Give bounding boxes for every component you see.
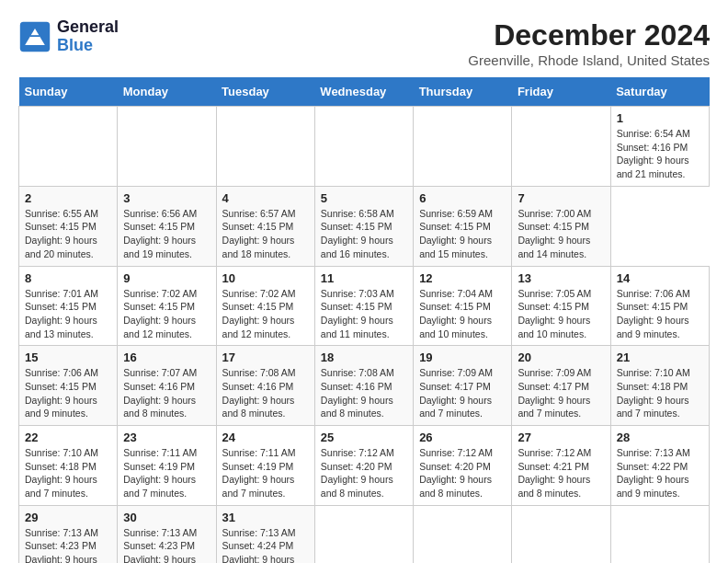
calendar-cell	[414, 107, 512, 187]
day-number: 20	[518, 350, 604, 364]
day-detail: Sunrise: 7:02 AMSunset: 4:15 PMDaylight:…	[123, 288, 197, 339]
calendar-cell: 2 Sunrise: 6:55 AMSunset: 4:15 PMDayligh…	[19, 186, 118, 266]
calendar-cell	[314, 505, 413, 563]
calendar-week-3: 15 Sunrise: 7:06 AMSunset: 4:15 PMDaylig…	[19, 346, 710, 426]
col-friday: Friday	[512, 77, 610, 107]
day-number: 26	[419, 431, 506, 444]
col-tuesday: Tuesday	[216, 77, 314, 107]
day-number: 17	[222, 350, 309, 364]
day-number: 25	[321, 431, 407, 444]
day-detail: Sunrise: 7:13 AMSunset: 4:22 PMDaylight:…	[617, 447, 690, 499]
calendar-header: Sunday Monday Tuesday Wednesday Thursday…	[19, 77, 710, 107]
day-detail: Sunrise: 6:55 AMSunset: 4:15 PMDaylight:…	[25, 208, 98, 259]
header: GeneralBlue December 2024 Greenville, Rh…	[18, 18, 710, 68]
day-detail: Sunrise: 7:13 AMSunset: 4:23 PMDaylight:…	[25, 527, 98, 563]
calendar-cell: 23 Sunrise: 7:11 AMSunset: 4:19 PMDaylig…	[118, 426, 216, 506]
calendar-cell: 26 Sunrise: 7:12 AMSunset: 4:20 PMDaylig…	[414, 426, 512, 506]
day-detail: Sunrise: 7:12 AMSunset: 4:20 PMDaylight:…	[321, 447, 394, 499]
calendar-cell: 13 Sunrise: 7:05 AMSunset: 4:15 PMDaylig…	[512, 266, 610, 346]
calendar-cell: 16 Sunrise: 7:07 AMSunset: 4:16 PMDaylig…	[118, 346, 216, 426]
calendar-cell	[512, 505, 610, 563]
day-detail: Sunrise: 7:08 AMSunset: 4:16 PMDaylight:…	[321, 367, 394, 419]
title-block: December 2024 Greenville, Rhode Island, …	[468, 18, 710, 68]
day-detail: Sunrise: 7:06 AMSunset: 4:15 PMDaylight:…	[617, 288, 690, 339]
day-detail: Sunrise: 7:11 AMSunset: 4:19 PMDaylight:…	[123, 447, 197, 499]
calendar-cell: 27 Sunrise: 7:12 AMSunset: 4:21 PMDaylig…	[512, 426, 610, 506]
calendar-cell: 1 Sunrise: 6:54 AMSunset: 4:16 PMDayligh…	[610, 107, 709, 187]
day-number: 9	[123, 271, 210, 285]
calendar-cell: 31 Sunrise: 7:13 AMSunset: 4:24 PMDaylig…	[216, 505, 314, 563]
day-number: 3	[123, 191, 210, 205]
day-detail: Sunrise: 7:13 AMSunset: 4:23 PMDaylight:…	[123, 527, 197, 563]
day-number: 13	[518, 271, 604, 285]
day-number: 7	[518, 191, 604, 205]
col-monday: Monday	[118, 77, 216, 107]
calendar-cell: 15 Sunrise: 7:06 AMSunset: 4:15 PMDaylig…	[19, 346, 118, 426]
day-number: 31	[222, 511, 309, 524]
calendar-cell: 3 Sunrise: 6:56 AMSunset: 4:15 PMDayligh…	[118, 186, 216, 266]
day-detail: Sunrise: 7:03 AMSunset: 4:15 PMDaylight:…	[321, 288, 394, 339]
calendar-cell: 14 Sunrise: 7:06 AMSunset: 4:15 PMDaylig…	[610, 266, 709, 346]
col-saturday: Saturday	[610, 77, 709, 107]
calendar-cell: 30 Sunrise: 7:13 AMSunset: 4:23 PMDaylig…	[118, 505, 216, 563]
day-number: 19	[419, 350, 506, 364]
day-number: 27	[518, 431, 604, 444]
calendar-table: Sunday Monday Tuesday Wednesday Thursday…	[18, 77, 710, 563]
calendar-cell: 5 Sunrise: 6:58 AMSunset: 4:15 PMDayligh…	[314, 186, 413, 266]
logo-icon	[18, 20, 51, 53]
calendar-week-5: 29 Sunrise: 7:13 AMSunset: 4:23 PMDaylig…	[19, 505, 710, 563]
calendar-cell: 28 Sunrise: 7:13 AMSunset: 4:22 PMDaylig…	[610, 426, 709, 506]
calendar-cell: 7 Sunrise: 7:00 AMSunset: 4:15 PMDayligh…	[512, 186, 610, 266]
calendar-cell: 12 Sunrise: 7:04 AMSunset: 4:15 PMDaylig…	[414, 266, 512, 346]
logo: GeneralBlue	[18, 18, 119, 55]
calendar-cell: 22 Sunrise: 7:10 AMSunset: 4:18 PMDaylig…	[19, 426, 118, 506]
calendar-week-1: 2 Sunrise: 6:55 AMSunset: 4:15 PMDayligh…	[19, 186, 710, 266]
col-wednesday: Wednesday	[314, 77, 413, 107]
day-number: 8	[25, 271, 111, 285]
calendar-cell	[118, 107, 216, 187]
calendar-cell: 29 Sunrise: 7:13 AMSunset: 4:23 PMDaylig…	[19, 505, 118, 563]
day-detail: Sunrise: 6:56 AMSunset: 4:15 PMDaylight:…	[123, 208, 197, 259]
day-detail: Sunrise: 7:08 AMSunset: 4:16 PMDaylight:…	[222, 367, 296, 419]
day-detail: Sunrise: 7:11 AMSunset: 4:19 PMDaylight:…	[222, 447, 296, 499]
day-number: 18	[321, 350, 407, 364]
day-detail: Sunrise: 6:54 AMSunset: 4:16 PMDaylight:…	[617, 128, 690, 179]
calendar-cell: 25 Sunrise: 7:12 AMSunset: 4:20 PMDaylig…	[314, 426, 413, 506]
day-number: 4	[222, 191, 309, 205]
day-detail: Sunrise: 6:58 AMSunset: 4:15 PMDaylight:…	[321, 208, 394, 259]
day-detail: Sunrise: 7:02 AMSunset: 4:15 PMDaylight:…	[222, 288, 296, 339]
calendar-cell: 10 Sunrise: 7:02 AMSunset: 4:15 PMDaylig…	[216, 266, 314, 346]
day-detail: Sunrise: 7:05 AMSunset: 4:15 PMDaylight:…	[518, 288, 591, 339]
logo-text: GeneralBlue	[57, 18, 119, 55]
day-number: 10	[222, 271, 309, 285]
day-number: 28	[617, 431, 703, 444]
day-detail: Sunrise: 6:57 AMSunset: 4:15 PMDaylight:…	[222, 208, 296, 259]
day-detail: Sunrise: 7:07 AMSunset: 4:16 PMDaylight:…	[123, 367, 197, 419]
day-number: 22	[25, 431, 111, 444]
main-title: December 2024	[468, 18, 710, 52]
day-detail: Sunrise: 7:09 AMSunset: 4:17 PMDaylight:…	[518, 367, 591, 419]
calendar-cell: 24 Sunrise: 7:11 AMSunset: 4:19 PMDaylig…	[216, 426, 314, 506]
day-number: 5	[321, 191, 407, 205]
calendar-cell: 20 Sunrise: 7:09 AMSunset: 4:17 PMDaylig…	[512, 346, 610, 426]
day-detail: Sunrise: 7:09 AMSunset: 4:17 PMDaylight:…	[419, 367, 493, 419]
calendar-week-4: 22 Sunrise: 7:10 AMSunset: 4:18 PMDaylig…	[19, 426, 710, 506]
header-row: Sunday Monday Tuesday Wednesday Thursday…	[19, 77, 710, 107]
day-detail: Sunrise: 6:59 AMSunset: 4:15 PMDaylight:…	[419, 208, 493, 259]
day-number: 2	[25, 191, 111, 205]
col-thursday: Thursday	[414, 77, 512, 107]
calendar-cell: 9 Sunrise: 7:02 AMSunset: 4:15 PMDayligh…	[118, 266, 216, 346]
subtitle: Greenville, Rhode Island, United States	[468, 52, 710, 68]
day-detail: Sunrise: 7:10 AMSunset: 4:18 PMDaylight:…	[617, 367, 690, 419]
day-number: 11	[321, 271, 407, 285]
day-detail: Sunrise: 7:13 AMSunset: 4:24 PMDaylight:…	[222, 527, 296, 563]
day-number: 24	[222, 431, 309, 444]
day-number: 21	[617, 350, 703, 364]
day-number: 23	[123, 431, 210, 444]
calendar-cell	[414, 505, 512, 563]
calendar-week-2: 8 Sunrise: 7:01 AMSunset: 4:15 PMDayligh…	[19, 266, 710, 346]
day-number: 16	[123, 350, 210, 364]
day-number: 14	[617, 271, 703, 285]
calendar-cell: 4 Sunrise: 6:57 AMSunset: 4:15 PMDayligh…	[216, 186, 314, 266]
day-number: 29	[25, 511, 111, 524]
